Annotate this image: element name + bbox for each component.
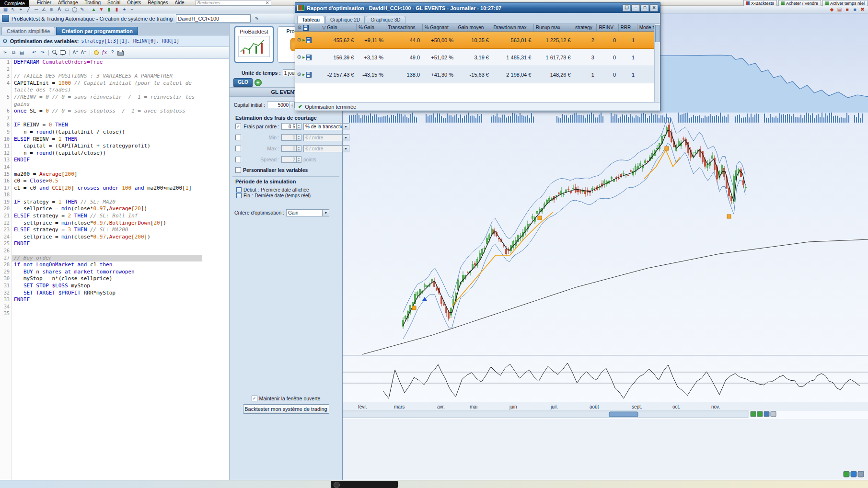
column-header---gagnant[interactable]: % Gagnant: [422, 24, 456, 32]
save-icon[interactable]: [306, 55, 312, 60]
instrument-tab[interactable]: GLO: [233, 78, 253, 87]
code-line[interactable]: 27// Buy order: [0, 255, 229, 262]
chevron-down-icon[interactable]: ▼: [342, 146, 349, 152]
fee-value-input[interactable]: 0▴▾: [281, 145, 301, 152]
report-tab-tableau[interactable]: Tableau: [297, 16, 324, 23]
save-icon[interactable]: [306, 37, 312, 43]
copy-icon[interactable]: ⧉: [10, 49, 17, 56]
apply-settings-icon[interactable]: ⚙: [297, 54, 301, 60]
spinner[interactable]: ▴▾: [296, 135, 301, 140]
pencil-icon[interactable]: ✎: [79, 6, 86, 13]
criterion-select[interactable]: Gain ▼: [286, 209, 329, 216]
cut-icon[interactable]: ✂: [2, 49, 9, 56]
report-scrollbar[interactable]: [654, 24, 660, 102]
code-line[interactable]: 25ENDIF: [0, 240, 229, 248]
add-instrument-button[interactable]: +: [255, 79, 262, 86]
column-header-strategy[interactable]: strategy: [573, 24, 597, 32]
report-tab-graphique-2d[interactable]: Graphique 2D: [325, 16, 365, 23]
trendline-icon[interactable]: ╱: [25, 6, 32, 13]
minimize-button[interactable]: –: [632, 4, 640, 11]
code-line[interactable]: 17c1 = c0 and CCI[20] crosses under 100 …: [0, 185, 229, 192]
spinner[interactable]: ▴▾: [296, 124, 301, 129]
taskbar-icon[interactable]: [334, 482, 340, 488]
menu-item-rglages[interactable]: Réglages: [144, 0, 171, 5]
code-line[interactable]: 11 capital = (CAPITALinit + strategyprof…: [0, 143, 229, 150]
code-line[interactable]: 7: [0, 115, 229, 122]
probacktest-mode-button[interactable]: ProBacktest: [234, 26, 274, 63]
ellipse-icon[interactable]: ◯: [71, 6, 78, 13]
column-header-runup-max[interactable]: Runup max: [533, 24, 573, 32]
result-row[interactable]: ⚙▶455,62 €+9,11 %44.0+50,00 %10,35 €563,…: [295, 32, 660, 49]
code-line[interactable]: 34: [0, 304, 229, 311]
keep-window-open-checkbox[interactable]: [252, 396, 257, 401]
fee-checkbox[interactable]: [235, 135, 241, 140]
fee-unit-select[interactable]: % de la transaction▼: [303, 123, 349, 130]
result-row[interactable]: ⚙▶-2 157,43 €-43,15 %138.0+41,30 %-15,63…: [295, 66, 660, 83]
column-header-drawdown-max[interactable]: Drawdown max: [491, 24, 533, 32]
menu-item-aide[interactable]: Aide: [172, 0, 188, 5]
fee-checkbox[interactable]: [235, 146, 241, 151]
zoom-in-icon[interactable]: +: [121, 6, 128, 13]
maximize-button[interactable]: □: [641, 4, 649, 11]
buy-arrow-icon[interactable]: ▲: [90, 6, 97, 13]
code-line[interactable]: 16c0 = Close>0.5: [0, 178, 229, 185]
news-icon[interactable]: ▤: [836, 6, 843, 13]
menu-item-social[interactable]: Social: [104, 0, 124, 5]
code-line[interactable]: 22 sellprice = min(close*0.97,BollingerD…: [0, 220, 229, 227]
code-line[interactable]: 18: [0, 192, 229, 199]
result-row[interactable]: ⚙▶156,39 €+3,13 %49.0+51,02 %3,19 €1 485…: [295, 49, 660, 66]
detach-window-icon[interactable]: ❐: [623, 4, 631, 11]
sell-arrow-icon[interactable]: ▼: [98, 6, 105, 13]
code-line[interactable]: 24 sellprice = min(close*0.97,Average[20…: [0, 234, 229, 241]
search-clear-icon[interactable]: ✕: [266, 0, 269, 5]
candlestick-up-icon[interactable]: ▮: [105, 6, 113, 13]
tab-creation-simplifiee[interactable]: Création simplifiée: [1, 27, 55, 35]
code-line[interactable]: 30 myStop = n*(close-sellprice): [0, 275, 229, 283]
code-editor[interactable]: 1DEFPARAM CumulateOrders=True23// TAILLE…: [0, 59, 229, 480]
chevron-down-icon[interactable]: ▼: [322, 210, 329, 216]
capital-spinner[interactable]: ▴▾: [289, 102, 294, 108]
code-line[interactable]: 3// TAILLE DES POSITIONS : 3 VARIABLES A…: [0, 73, 229, 80]
personalize-checkbox[interactable]: [235, 167, 241, 173]
code-line[interactable]: 12 n = round((capital/close)): [0, 150, 229, 157]
orders-icon[interactable]: ■: [851, 6, 858, 13]
column-header---gain[interactable]: % Gain: [356, 24, 386, 32]
code-line[interactable]: 15ma200 = Average[200]: [0, 171, 229, 178]
run-icon[interactable]: ▶: [302, 56, 305, 59]
autocomplete-popup[interactable]: Complete: [0, 0, 29, 7]
chevron-down-icon[interactable]: ▼: [342, 135, 349, 141]
paste-icon[interactable]: ▤: [18, 49, 25, 56]
print-icon[interactable]: [117, 49, 124, 56]
save-icon[interactable]: [303, 25, 309, 31]
angle-icon[interactable]: ∠: [40, 6, 47, 13]
code-line[interactable]: 10ELSIF REINV = 1 THEN: [0, 136, 229, 143]
zoom-out-icon[interactable]: −: [128, 6, 136, 13]
gear-icon[interactable]: ⚙: [297, 24, 302, 31]
code-line[interactable]: 26: [0, 248, 229, 255]
close-button[interactable]: ✕: [650, 4, 658, 11]
alert-icon[interactable]: ◆: [828, 6, 835, 13]
help-icon[interactable]: ?: [109, 49, 116, 56]
code-line[interactable]: 8IF REINV = 0 THEN: [0, 122, 229, 129]
column-header-rrr[interactable]: RRR: [618, 24, 637, 32]
candlestick-down-icon[interactable]: ▮: [113, 6, 120, 13]
close-all-icon[interactable]: ✖: [859, 6, 866, 13]
code-line[interactable]: 1DEFPARAM CumulateOrders=True: [0, 59, 229, 66]
top-button-1[interactable]: Acheter / Vendre: [778, 0, 821, 6]
chevron-down-icon[interactable]: ▼: [342, 124, 349, 130]
insert-function-icon[interactable]: ƒx: [101, 49, 108, 56]
report-titlebar[interactable]: Rapport d'optimisation - DavidH_CCI<100 …: [295, 3, 660, 13]
code-line[interactable]: 21ELSIF strategy = 2 THEN // SL: Boll In…: [0, 213, 229, 220]
save-icon[interactable]: [306, 72, 312, 78]
backtest-button[interactable]: Backtester mon système de trading: [243, 404, 329, 414]
fibonacci-icon[interactable]: ≡: [48, 6, 55, 13]
code-line[interactable]: 9 n = round((CapitalInit / close)): [0, 129, 229, 136]
search-input[interactable]: Recherches ... ✕: [196, 0, 271, 6]
code-line[interactable]: 23ELSIF strategy = 3 THEN // SL: MA200: [0, 227, 229, 234]
column-header-gain[interactable]: ▽ Gain: [320, 24, 356, 32]
code-line[interactable]: 35: [0, 310, 229, 318]
column-header-gain-moyen[interactable]: Gain moyen: [456, 24, 491, 32]
fee-value-input[interactable]: 0.5▴▾: [281, 123, 301, 130]
code-line[interactable]: 33ENDIF: [0, 296, 229, 304]
crosshair-icon[interactable]: +: [17, 6, 24, 13]
